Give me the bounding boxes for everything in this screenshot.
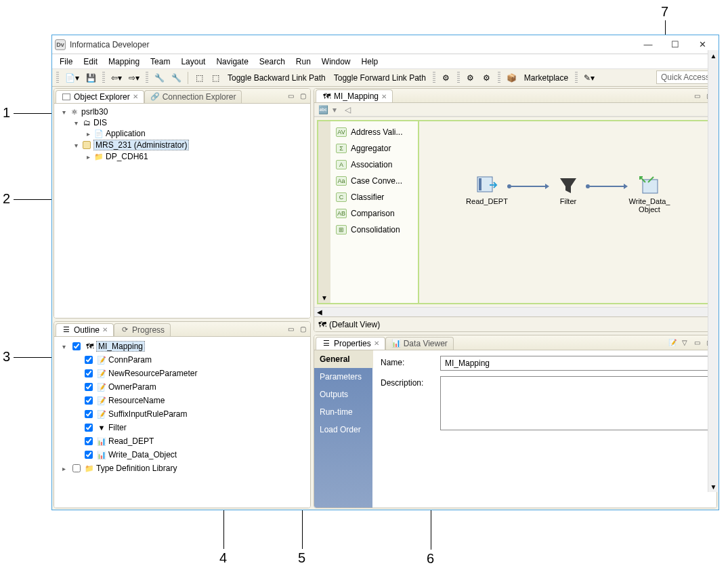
menu-team[interactable]: Team: [146, 56, 175, 68]
prop-tab-parameters[interactable]: Parameters: [314, 368, 372, 386]
marketplace-icon[interactable]: 📦: [505, 71, 519, 85]
palette-item[interactable]: AAssociation: [333, 157, 415, 173]
description-field[interactable]: [440, 376, 708, 430]
tree-node[interactable]: ▸📄Application: [84, 128, 307, 139]
quick-access[interactable]: Quick Access: [656, 70, 714, 84]
back-button[interactable]: ⇦▾: [109, 71, 124, 85]
menu-layout[interactable]: Layout: [176, 56, 210, 68]
view-menu-icon[interactable]: ▽: [679, 337, 690, 348]
link-fwd-icon[interactable]: ⬚: [209, 71, 222, 85]
outline-checkbox[interactable]: [85, 410, 93, 418]
tree-node[interactable]: 📊Write_Data_Object: [72, 448, 307, 462]
toggle-backward-link-path[interactable]: Toggle Backward Link Path: [225, 73, 328, 83]
palette-item[interactable]: ΣAggregator: [333, 140, 415, 157]
minimize-button[interactable]: —: [635, 36, 662, 54]
tool-icon[interactable]: ✎▾: [582, 71, 597, 85]
view-maximize-icon[interactable]: ▢: [297, 91, 308, 102]
view-action-icon[interactable]: 📝: [667, 337, 678, 348]
tree-node[interactable]: ▾🗺MI_Mapping: [60, 340, 307, 353]
prop-tab-runtime[interactable]: Run-time: [314, 403, 372, 421]
menu-run[interactable]: Run: [291, 56, 316, 68]
tool-icon[interactable]: ⚙: [440, 71, 453, 85]
tree-node[interactable]: 📊Read_DEPT: [72, 434, 307, 448]
tab-outline[interactable]: ☰ Outline ✕: [56, 323, 114, 336]
view-minimize-icon[interactable]: ▭: [691, 337, 702, 348]
tree-node[interactable]: 📝NewResourceParameter: [72, 367, 307, 380]
canvas-node-filter[interactable]: Filter: [541, 176, 595, 205]
tool-icon[interactable]: 🔧: [152, 71, 167, 85]
outline-checkbox[interactable]: [85, 369, 93, 377]
palette-item[interactable]: AaCase Conve...: [333, 173, 415, 189]
canvas-node-read[interactable]: Read_DEPT: [460, 176, 514, 205]
prop-tab-general[interactable]: General: [314, 350, 373, 368]
tool-icon[interactable]: ⚙: [464, 71, 477, 85]
tab-connection-explorer[interactable]: 🔗 Connection Explorer: [144, 90, 242, 103]
palette-toggle-icon[interactable]: 🔤: [318, 105, 328, 115]
outline-checkbox[interactable]: [85, 356, 93, 364]
tree-node[interactable]: ▾MRS_231 (Administrator): [72, 139, 307, 151]
tab-progress[interactable]: ⟳ Progress: [114, 323, 171, 336]
tab-close-icon[interactable]: ✕: [381, 93, 387, 100]
menu-file[interactable]: File: [55, 56, 77, 68]
tab-close-icon[interactable]: ✕: [374, 340, 379, 347]
tab-data-viewer[interactable]: 📊 Data Viewer: [385, 337, 454, 350]
mapping-canvas[interactable]: Read_DEPT Filter: [419, 120, 714, 304]
tool-icon[interactable]: ⚙: [480, 71, 494, 85]
tree-node[interactable]: ▾🗂DIS: [72, 117, 307, 128]
default-view-label[interactable]: (Default View): [329, 320, 380, 329]
view-maximize-icon[interactable]: ▢: [297, 324, 308, 335]
tab-mapping-editor[interactable]: 🗺 MI_Mapping ✕: [316, 89, 393, 102]
view-minimize-icon[interactable]: ▭: [285, 91, 296, 102]
tree-node[interactable]: 📝ConnParam: [72, 353, 307, 367]
tab-properties[interactable]: ☰ Properties ✕: [316, 337, 385, 350]
palette-item[interactable]: AVAddress Vali...: [333, 124, 415, 140]
tool-icon[interactable]: 🔧: [169, 71, 184, 85]
outline-checkbox[interactable]: [85, 383, 93, 391]
view-minimize-icon[interactable]: ▭: [285, 324, 296, 335]
palette-scroll-down-icon[interactable]: ▼: [320, 293, 329, 303]
vertical-scrollbar[interactable]: ▲ ▼: [708, 88, 717, 332]
palette-item[interactable]: CClassifier: [333, 189, 415, 205]
tree-node[interactable]: ▾⚛psrlb30: [60, 106, 307, 117]
menu-navigate[interactable]: Navigate: [211, 56, 253, 68]
maximize-button[interactable]: ☐: [662, 36, 689, 54]
tree-node[interactable]: 📝OwnerParam: [72, 380, 307, 394]
tree-node[interactable]: ▸📁DP_CDH61: [84, 151, 307, 162]
forward-button[interactable]: ⇨▾: [127, 71, 142, 85]
marketplace-button[interactable]: Marketplace: [521, 73, 571, 83]
node-label: psrlb30: [81, 107, 108, 117]
prop-tab-outputs[interactable]: Outputs: [314, 386, 372, 403]
param-icon: 📝: [97, 396, 106, 405]
outline-checkbox[interactable]: [85, 437, 93, 445]
link-back-icon[interactable]: ⬚: [192, 71, 206, 85]
outline-checkbox[interactable]: [85, 424, 93, 432]
tree-node[interactable]: 📝SuffixInputRuleParam: [72, 407, 307, 421]
tab-object-explorer[interactable]: Object Explorer ✕: [56, 90, 144, 103]
palette-item[interactable]: ABComparison: [333, 205, 415, 222]
tree-node[interactable]: 📝ResourceName: [72, 394, 307, 407]
outline-checkbox[interactable]: [85, 396, 93, 405]
canvas-node-write[interactable]: Write_Data_ Object: [622, 176, 677, 213]
save-button[interactable]: 💾: [84, 71, 98, 85]
menu-edit[interactable]: Edit: [79, 56, 102, 68]
menu-window[interactable]: Window: [317, 56, 356, 68]
menu-help[interactable]: Help: [357, 56, 383, 68]
tree-node[interactable]: ▸📁Type Definition Library: [60, 462, 307, 475]
menu-search[interactable]: Search: [255, 56, 290, 68]
scroll-left-icon[interactable]: ◀: [314, 308, 325, 317]
outline-checkbox[interactable]: [85, 451, 93, 459]
new-button[interactable]: 📄▾: [63, 71, 81, 85]
palette-item[interactable]: ⊞Consolidation: [333, 222, 415, 238]
view-minimize-icon[interactable]: ▭: [691, 90, 702, 101]
outline-checkbox[interactable]: [72, 464, 81, 472]
tree-node[interactable]: ▼Filter: [72, 421, 307, 434]
tab-close-icon[interactable]: ✕: [133, 93, 138, 100]
horizontal-scrollbar[interactable]: ◀ ▶: [314, 307, 716, 317]
toggle-forward-link-path[interactable]: Toggle Forward Link Path: [331, 73, 429, 83]
tab-close-icon[interactable]: ✕: [102, 326, 108, 333]
tab-label: Properties: [334, 339, 371, 348]
outline-checkbox[interactable]: [72, 342, 81, 350]
menu-mapping[interactable]: Mapping: [104, 56, 144, 68]
prop-tab-loadorder[interactable]: Load Order: [314, 421, 372, 438]
name-field[interactable]: [440, 356, 708, 371]
